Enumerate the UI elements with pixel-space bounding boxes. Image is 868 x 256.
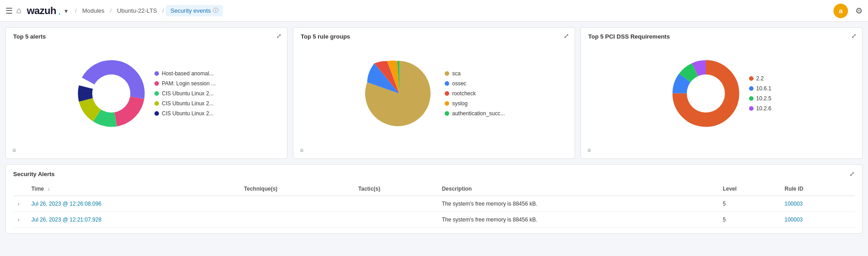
table-row: › Jul 26, 2023 @ 12:21:07.928 The system… bbox=[13, 212, 855, 228]
legend-label: authentication_succ... bbox=[452, 110, 505, 117]
td-ruleid[interactable]: 100003 bbox=[780, 212, 855, 228]
col-level-header: Level bbox=[718, 182, 780, 196]
top5-pci-legend: 2.2 10.6.1 10.2.5 10.2.6 bbox=[749, 75, 771, 112]
logo: wazuh. bbox=[27, 5, 61, 17]
top5-rule-groups-pie bbox=[363, 57, 436, 130]
legend-dot bbox=[154, 81, 159, 86]
td-description: The system's free memory is 88456 kB. bbox=[437, 212, 719, 228]
top5-alerts-card: Top 5 alerts ⤢ Host-based anomal... bbox=[5, 27, 288, 159]
row-expand-icon[interactable]: › bbox=[18, 217, 20, 222]
legend-item: 10.6.1 bbox=[749, 85, 771, 92]
legend-dot bbox=[445, 101, 449, 106]
legend-label: CIS Ubuntu Linux 2... bbox=[162, 110, 213, 117]
avatar[interactable]: a bbox=[833, 4, 848, 18]
top5-rule-groups-card: Top 5 rule groups ⤢ bbox=[293, 27, 575, 159]
top5-pci-title: Top 5 PCI DSS Requirements bbox=[588, 33, 855, 40]
svg-point-10 bbox=[687, 74, 725, 113]
alerts-header: Security Alerts ⤢ bbox=[13, 170, 855, 177]
col-time-header[interactable]: Time ↓ bbox=[27, 182, 239, 196]
alerts-expand-icon[interactable]: ⤢ bbox=[849, 170, 855, 177]
legend-dot bbox=[445, 111, 449, 116]
legend-dot bbox=[154, 111, 159, 116]
legend-dot bbox=[749, 76, 754, 81]
top5-rule-groups-expand[interactable]: ⤢ bbox=[564, 32, 569, 39]
alerts-table-header: Time ↓ Technique(s) Tactic(s) Descriptio… bbox=[13, 182, 855, 196]
top5-rule-groups-content: sca ossec rootcheck syslog bbox=[301, 44, 567, 143]
alerts-table-body: › Jul 26, 2023 @ 12:26:08.096 The system… bbox=[13, 196, 855, 228]
td-time: Jul 26, 2023 @ 12:21:07.928 bbox=[27, 212, 239, 228]
td-tactics bbox=[354, 196, 437, 212]
top5-rule-groups-footer: ≡ bbox=[300, 147, 303, 154]
legend-dot bbox=[445, 91, 449, 96]
top5-alerts-footer: ≡ bbox=[12, 147, 16, 154]
legend-label: 10.6.1 bbox=[756, 85, 771, 92]
legend-dot bbox=[749, 96, 754, 101]
table-row: › Jul 26, 2023 @ 12:26:08.096 The system… bbox=[13, 196, 855, 212]
security-alerts-card: Security Alerts ⤢ Time ↓ Technique(s) Ta… bbox=[5, 164, 863, 234]
td-description: The system's free memory is 88456 kB. bbox=[437, 196, 719, 212]
charts-row: Top 5 alerts ⤢ Host-based anomal... bbox=[5, 27, 863, 159]
top5-rule-groups-legend: sca ossec rootcheck syslog bbox=[445, 70, 505, 117]
col-ruleid-header: Rule ID bbox=[780, 182, 855, 196]
top5-pci-donut bbox=[672, 59, 740, 128]
legend-dot bbox=[749, 86, 754, 91]
td-level: 5 bbox=[718, 212, 780, 228]
legend-label: 2.2 bbox=[756, 75, 764, 82]
legend-item: sca bbox=[445, 70, 505, 77]
legend-item: authentication_succ... bbox=[445, 110, 505, 117]
settings-icon[interactable]: ⚙ bbox=[855, 6, 863, 16]
legend-item: syslog bbox=[445, 100, 505, 107]
legend-item: 10.2.5 bbox=[749, 95, 771, 102]
topnav: ☰ ⌂ wazuh. ▾ / Modules / Ubuntu-22-LTS /… bbox=[0, 0, 868, 22]
legend-item: CIS Ubuntu Linux 2... bbox=[154, 90, 216, 97]
legend-label: sca bbox=[452, 70, 461, 77]
svg-point-5 bbox=[92, 74, 130, 113]
col-techniques-header: Technique(s) bbox=[239, 182, 354, 196]
alerts-table: Time ↓ Technique(s) Tactic(s) Descriptio… bbox=[13, 182, 855, 228]
legend-label: rootcheck bbox=[452, 90, 476, 97]
home-icon[interactable]: ⌂ bbox=[16, 6, 21, 15]
top5-alerts-content: Host-based anomal... PAM: Login session … bbox=[13, 44, 280, 143]
td-tactics bbox=[354, 212, 437, 228]
legend-item: CIS Ubuntu Linux 2... bbox=[154, 110, 216, 117]
breadcrumb-modules[interactable]: Modules bbox=[79, 5, 108, 16]
legend-label: 10.2.5 bbox=[756, 95, 771, 102]
row-expand-icon[interactable]: › bbox=[18, 201, 20, 207]
td-techniques bbox=[239, 196, 354, 212]
legend-item: rootcheck bbox=[445, 90, 505, 97]
breadcrumb-security-events[interactable]: Security events ⓘ bbox=[166, 5, 223, 16]
td-time: Jul 26, 2023 @ 12:26:08.096 bbox=[27, 196, 239, 212]
legend-dot bbox=[154, 91, 159, 96]
top5-alerts-title: Top 5 alerts bbox=[13, 33, 280, 40]
breadcrumb-ubuntu[interactable]: Ubuntu-22-LTS bbox=[114, 5, 161, 16]
legend-label: ossec bbox=[452, 80, 466, 87]
legend-item: CIS Ubuntu Linux 2... bbox=[154, 100, 216, 107]
legend-item: Host-based anomal... bbox=[154, 70, 216, 77]
top5-alerts-expand[interactable]: ⤢ bbox=[276, 32, 282, 39]
td-level: 5 bbox=[718, 196, 780, 212]
legend-label: CIS Ubuntu Linux 2... bbox=[162, 100, 213, 107]
legend-label: PAM: Login session ... bbox=[162, 80, 216, 87]
info-icon[interactable]: ⓘ bbox=[213, 7, 218, 15]
breadcrumb: / Modules / Ubuntu-22-LTS / Security eve… bbox=[75, 5, 223, 16]
top5-alerts-donut bbox=[77, 59, 145, 128]
top5-alerts-legend: Host-based anomal... PAM: Login session … bbox=[154, 70, 216, 117]
td-ruleid[interactable]: 100003 bbox=[780, 196, 855, 212]
logo-text: wazuh bbox=[27, 5, 56, 17]
legend-dot bbox=[445, 81, 449, 86]
col-description-header: Description bbox=[437, 182, 719, 196]
legend-label: 10.2.6 bbox=[756, 105, 771, 112]
legend-dot bbox=[749, 106, 754, 111]
col-tactics-header: Tactic(s) bbox=[354, 182, 437, 196]
legend-dot bbox=[154, 101, 159, 106]
legend-item: 10.2.6 bbox=[749, 105, 771, 112]
main-content: Top 5 alerts ⤢ Host-based anomal... bbox=[0, 22, 868, 239]
top5-pci-expand[interactable]: ⤢ bbox=[851, 32, 857, 39]
security-events-label: Security events bbox=[170, 7, 211, 14]
hamburger-icon[interactable]: ☰ bbox=[5, 6, 13, 16]
logo-dot: . bbox=[58, 5, 61, 16]
legend-item: 2.2 bbox=[749, 75, 771, 82]
logo-dropdown-icon[interactable]: ▾ bbox=[64, 7, 68, 15]
legend-label: syslog bbox=[452, 100, 467, 107]
top5-pci-card: Top 5 PCI DSS Requirements ⤢ 2.2 bbox=[580, 27, 863, 159]
